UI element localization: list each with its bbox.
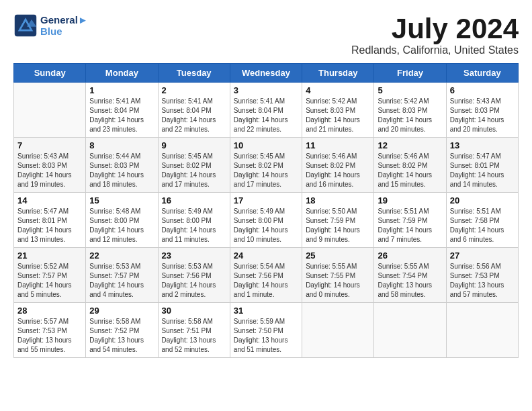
day-number: 3 xyxy=(234,85,298,95)
calendar-cell: 17Sunrise: 5:49 AM Sunset: 8:00 PM Dayli… xyxy=(230,193,302,248)
calendar-cell: 18Sunrise: 5:50 AM Sunset: 7:59 PM Dayli… xyxy=(302,193,374,248)
logo-sub: Blue xyxy=(40,26,88,37)
logo-name: General► xyxy=(40,14,88,26)
day-number: 28 xyxy=(17,306,82,316)
day-info: Sunrise: 5:43 AM Sunset: 8:03 PM Dayligh… xyxy=(17,152,82,189)
day-info: Sunrise: 5:58 AM Sunset: 7:51 PM Dayligh… xyxy=(162,317,226,355)
calendar-cell: 29Sunrise: 5:58 AM Sunset: 7:52 PM Dayli… xyxy=(86,303,158,358)
calendar-week-4: 21Sunrise: 5:52 AM Sunset: 7:57 PM Dayli… xyxy=(14,248,519,303)
day-number: 15 xyxy=(89,195,154,205)
day-number: 2 xyxy=(162,85,226,95)
calendar-cell: 8Sunrise: 5:44 AM Sunset: 8:03 PM Daylig… xyxy=(86,138,158,193)
calendar-cell: 22Sunrise: 5:53 AM Sunset: 7:57 PM Dayli… xyxy=(86,248,158,303)
weekday-header-monday: Monday xyxy=(86,64,158,83)
day-number: 16 xyxy=(162,195,226,205)
calendar-cell xyxy=(14,83,86,138)
weekday-header-thursday: Thursday xyxy=(302,64,374,83)
day-info: Sunrise: 5:56 AM Sunset: 7:53 PM Dayligh… xyxy=(450,262,515,300)
day-number: 27 xyxy=(450,250,515,261)
day-info: Sunrise: 5:49 AM Sunset: 8:00 PM Dayligh… xyxy=(234,207,298,244)
day-number: 7 xyxy=(17,140,82,150)
day-number: 13 xyxy=(450,140,515,150)
day-number: 5 xyxy=(378,85,442,95)
day-info: Sunrise: 5:55 AM Sunset: 7:54 PM Dayligh… xyxy=(378,262,442,300)
calendar-cell: 19Sunrise: 5:51 AM Sunset: 7:59 PM Dayli… xyxy=(374,193,446,248)
day-info: Sunrise: 5:46 AM Sunset: 8:02 PM Dayligh… xyxy=(378,152,442,189)
day-number: 18 xyxy=(306,195,370,205)
day-info: Sunrise: 5:54 AM Sunset: 7:56 PM Dayligh… xyxy=(234,262,298,300)
calendar-cell: 1Sunrise: 5:41 AM Sunset: 8:04 PM Daylig… xyxy=(86,83,158,138)
day-info: Sunrise: 5:53 AM Sunset: 7:57 PM Dayligh… xyxy=(89,262,154,300)
day-info: Sunrise: 5:41 AM Sunset: 8:04 PM Dayligh… xyxy=(162,97,226,134)
calendar-cell: 26Sunrise: 5:55 AM Sunset: 7:54 PM Dayli… xyxy=(374,248,446,303)
day-number: 24 xyxy=(234,250,298,261)
calendar-cell: 31Sunrise: 5:59 AM Sunset: 7:50 PM Dayli… xyxy=(230,303,302,358)
calendar-cell xyxy=(446,303,518,358)
day-info: Sunrise: 5:46 AM Sunset: 8:02 PM Dayligh… xyxy=(306,152,370,189)
calendar-cell: 6Sunrise: 5:43 AM Sunset: 8:03 PM Daylig… xyxy=(446,83,518,138)
day-number: 21 xyxy=(17,250,82,261)
calendar-cell: 30Sunrise: 5:58 AM Sunset: 7:51 PM Dayli… xyxy=(158,303,230,358)
day-number: 11 xyxy=(306,140,370,150)
weekday-header-sunday: Sunday xyxy=(14,64,86,83)
day-number: 20 xyxy=(450,195,515,205)
day-number: 30 xyxy=(162,306,226,316)
logo: General► Blue xyxy=(13,13,88,38)
day-info: Sunrise: 5:44 AM Sunset: 8:03 PM Dayligh… xyxy=(89,152,154,189)
day-number: 14 xyxy=(17,195,82,205)
day-info: Sunrise: 5:59 AM Sunset: 7:50 PM Dayligh… xyxy=(234,317,298,355)
calendar-cell: 11Sunrise: 5:46 AM Sunset: 8:02 PM Dayli… xyxy=(302,138,374,193)
calendar-week-1: 1Sunrise: 5:41 AM Sunset: 8:04 PM Daylig… xyxy=(14,83,519,138)
day-number: 8 xyxy=(89,140,154,150)
day-info: Sunrise: 5:51 AM Sunset: 7:59 PM Dayligh… xyxy=(378,207,442,244)
weekday-header-saturday: Saturday xyxy=(446,64,518,83)
day-number: 23 xyxy=(162,250,226,261)
day-info: Sunrise: 5:49 AM Sunset: 8:00 PM Dayligh… xyxy=(162,207,226,244)
day-info: Sunrise: 5:47 AM Sunset: 8:01 PM Dayligh… xyxy=(17,207,82,244)
weekday-header-row: SundayMondayTuesdayWednesdayThursdayFrid… xyxy=(14,64,519,83)
day-info: Sunrise: 5:43 AM Sunset: 8:03 PM Dayligh… xyxy=(450,97,515,134)
title-block: July 2024 Redlands, California, United S… xyxy=(351,13,519,56)
day-info: Sunrise: 5:50 AM Sunset: 7:59 PM Dayligh… xyxy=(306,207,370,244)
day-info: Sunrise: 5:41 AM Sunset: 8:04 PM Dayligh… xyxy=(234,97,298,134)
calendar-cell xyxy=(374,303,446,358)
day-number: 22 xyxy=(89,250,154,261)
day-info: Sunrise: 5:41 AM Sunset: 8:04 PM Dayligh… xyxy=(89,97,154,134)
day-number: 29 xyxy=(89,306,154,316)
calendar-cell: 3Sunrise: 5:41 AM Sunset: 8:04 PM Daylig… xyxy=(230,83,302,138)
day-number: 4 xyxy=(306,85,370,95)
day-number: 25 xyxy=(306,250,370,261)
calendar-cell: 15Sunrise: 5:48 AM Sunset: 8:00 PM Dayli… xyxy=(86,193,158,248)
day-info: Sunrise: 5:53 AM Sunset: 7:56 PM Dayligh… xyxy=(162,262,226,300)
calendar-cell: 23Sunrise: 5:53 AM Sunset: 7:56 PM Dayli… xyxy=(158,248,230,303)
calendar-cell: 14Sunrise: 5:47 AM Sunset: 8:01 PM Dayli… xyxy=(14,193,86,248)
calendar-week-5: 28Sunrise: 5:57 AM Sunset: 7:53 PM Dayli… xyxy=(14,303,519,358)
weekday-header-wednesday: Wednesday xyxy=(230,64,302,83)
day-info: Sunrise: 5:45 AM Sunset: 8:02 PM Dayligh… xyxy=(162,152,226,189)
weekday-header-tuesday: Tuesday xyxy=(158,64,230,83)
day-number: 19 xyxy=(378,195,442,205)
calendar-cell: 21Sunrise: 5:52 AM Sunset: 7:57 PM Dayli… xyxy=(14,248,86,303)
calendar-cell xyxy=(302,303,374,358)
calendar-cell: 27Sunrise: 5:56 AM Sunset: 7:53 PM Dayli… xyxy=(446,248,518,303)
day-number: 12 xyxy=(378,140,442,150)
calendar-week-2: 7Sunrise: 5:43 AM Sunset: 8:03 PM Daylig… xyxy=(14,138,519,193)
calendar-cell: 10Sunrise: 5:45 AM Sunset: 8:02 PM Dayli… xyxy=(230,138,302,193)
calendar-cell: 28Sunrise: 5:57 AM Sunset: 7:53 PM Dayli… xyxy=(14,303,86,358)
calendar-week-3: 14Sunrise: 5:47 AM Sunset: 8:01 PM Dayli… xyxy=(14,193,519,248)
calendar-cell: 25Sunrise: 5:55 AM Sunset: 7:55 PM Dayli… xyxy=(302,248,374,303)
day-number: 26 xyxy=(378,250,442,261)
calendar-cell: 24Sunrise: 5:54 AM Sunset: 7:56 PM Dayli… xyxy=(230,248,302,303)
day-number: 6 xyxy=(450,85,515,95)
day-info: Sunrise: 5:57 AM Sunset: 7:53 PM Dayligh… xyxy=(17,317,82,355)
page-header: General► Blue July 2024 Redlands, Califo… xyxy=(13,13,519,56)
calendar: SundayMondayTuesdayWednesdayThursdayFrid… xyxy=(13,63,519,358)
day-number: 10 xyxy=(234,140,298,150)
day-info: Sunrise: 5:58 AM Sunset: 7:52 PM Dayligh… xyxy=(89,317,154,355)
day-info: Sunrise: 5:52 AM Sunset: 7:57 PM Dayligh… xyxy=(17,262,82,300)
day-number: 9 xyxy=(162,140,226,150)
day-info: Sunrise: 5:42 AM Sunset: 8:03 PM Dayligh… xyxy=(378,97,442,134)
calendar-cell: 9Sunrise: 5:45 AM Sunset: 8:02 PM Daylig… xyxy=(158,138,230,193)
calendar-cell: 16Sunrise: 5:49 AM Sunset: 8:00 PM Dayli… xyxy=(158,193,230,248)
day-info: Sunrise: 5:51 AM Sunset: 7:58 PM Dayligh… xyxy=(450,207,515,244)
